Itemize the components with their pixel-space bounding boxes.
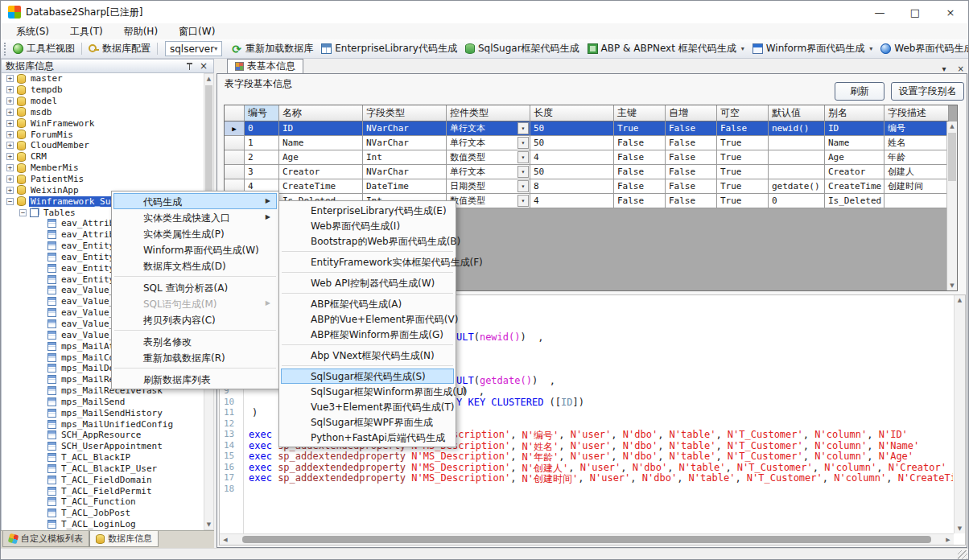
menu-item[interactable]: Web API控制器代码生成(W) [281, 275, 454, 290]
tree-item-database[interactable]: +PatientMis [2, 174, 204, 185]
grid-column-header[interactable]: 编号 [245, 105, 279, 121]
grid-cell[interactable]: DateTime [363, 179, 447, 194]
grid-cell[interactable]: NVarChar [363, 121, 447, 136]
grid-cell[interactable]: 单行文本▾ [447, 121, 530, 136]
grid-cell[interactable]: True [717, 150, 769, 165]
menu-item[interactable]: 拷贝列表内容(C) [113, 311, 277, 327]
grid-cell[interactable]: False [614, 179, 666, 194]
grid-cell[interactable]: False [614, 150, 666, 165]
menu-item[interactable]: EnterpriseLibrary代码生成(E) [281, 203, 454, 218]
toolbar-sqlsugar-button[interactable]: SqlSugar框架代码生成 [461, 40, 583, 58]
grid-column-header[interactable]: 长度 [530, 105, 614, 121]
tree-item-database[interactable]: +tempdb [2, 84, 204, 96]
combo-dropdown-icon[interactable]: ▾ [517, 137, 529, 149]
expander-plus-icon[interactable]: + [6, 164, 14, 171]
toolbar-web-button[interactable]: Web界面代码生成 ▾ [876, 40, 969, 58]
expander-plus-icon[interactable]: + [6, 97, 14, 105]
set-alias-button[interactable]: 设置字段别名 [891, 82, 964, 101]
grid-cell[interactable]: 日期类型▾ [447, 179, 530, 194]
grid-cell[interactable]: 4 [530, 150, 614, 165]
tree-item-table[interactable]: mps_MailSendHistory [2, 407, 204, 418]
tree-item-table[interactable]: mps_MailUnifiedConfig [2, 418, 204, 430]
grid-cell[interactable]: 8 [530, 179, 614, 194]
tree-item-table[interactable]: T_ACL_LoginLog [2, 519, 204, 530]
combo-dropdown-icon[interactable]: ▾ [517, 195, 529, 207]
grid-cell[interactable]: 2 [245, 150, 279, 165]
menu-item[interactable]: 数据库文档生成(D) [113, 257, 277, 274]
grid-column-header[interactable]: 可空 [717, 105, 769, 121]
tree-item-database[interactable]: +CRM [2, 151, 204, 163]
menu-item[interactable]: Python+FastApi后端代码生成 [281, 430, 454, 445]
grid-cell[interactable]: 1 [245, 136, 279, 150]
menu-item[interactable]: EntityFramework实体框架代码生成(F) [281, 254, 454, 270]
chevron-down-icon[interactable]: ▾ [869, 45, 872, 52]
combo-dropdown-icon[interactable]: ▾ [517, 166, 529, 178]
tab-list-chevron-icon[interactable]: ▾ [937, 64, 952, 73]
grid-cell[interactable]: 0 [769, 194, 825, 208]
grid-cell[interactable]: True [717, 194, 769, 208]
db-type-select[interactable]: sqlserver ▾ [165, 41, 222, 56]
grid-cell[interactable]: 创建时间 [884, 179, 949, 194]
grid-cell[interactable]: 50 [530, 136, 614, 150]
grid-cell[interactable]: False [614, 165, 666, 179]
grid-cell[interactable]: 编号 [884, 121, 949, 136]
tree-item-database[interactable]: +WinFramework [2, 117, 204, 129]
grid-cell[interactable]: 3 [245, 165, 279, 179]
tree-item-table[interactable]: T_ACL_FieldPermit [2, 485, 204, 496]
grid-cell[interactable]: False [666, 194, 717, 208]
scrollbar-thumb[interactable] [242, 536, 931, 543]
menu-item[interactable]: Vue3+Element界面代码生成(T) [281, 399, 454, 414]
grid-cell[interactable]: newid() [769, 121, 825, 136]
expander-minus-icon[interactable]: − [19, 209, 27, 216]
pin-icon[interactable] [186, 62, 193, 71]
toolbar-winform-button[interactable]: Winform界面代码生成 ▾ [748, 40, 877, 58]
grid-cell[interactable]: 50 [530, 121, 614, 136]
tree-item-table[interactable]: SCH_AppResource [2, 430, 204, 441]
grid-cell[interactable] [769, 150, 825, 165]
grid-cell[interactable]: 数值类型▾ [447, 194, 530, 208]
menu-item[interactable]: 表别名修改 [113, 333, 277, 349]
menu-item[interactable]: Winform界面代码生成(W) [113, 241, 277, 257]
tree-item-database[interactable]: +ForumMis [2, 129, 204, 140]
tab-table-basic-info[interactable]: 表基本信息 [227, 59, 303, 73]
grid-cell[interactable]: Creator [825, 165, 884, 179]
menu-item[interactable]: Abp VNext框架代码生成(N) [281, 348, 454, 363]
scroll-left-icon[interactable]: ◀ [220, 534, 231, 545]
tree-item-database[interactable]: +MemberMis [2, 163, 204, 174]
expander-plus-icon[interactable]: + [6, 120, 14, 127]
grid-cell[interactable]: NVarChar [363, 136, 447, 150]
grid-cell[interactable]: Creator [279, 165, 363, 179]
menu-item[interactable]: 实体类生成快速入口▶ [113, 209, 277, 225]
tree-item-database[interactable]: +model [2, 96, 204, 107]
grid-row-header[interactable] [225, 165, 245, 179]
grid-cell[interactable]: False [666, 121, 717, 136]
grid-cell[interactable]: False [666, 136, 717, 150]
expander-plus-icon[interactable]: + [6, 175, 14, 183]
tree-item-table[interactable]: SCH_UserAppointment [2, 441, 204, 452]
grid-row-header[interactable] [225, 136, 245, 150]
tree-item-table[interactable]: T_ACL_Function [2, 496, 204, 508]
grid-column-header[interactable]: 别名 [825, 105, 884, 121]
grid-cell[interactable]: CreateTime [825, 179, 884, 194]
grid-cell[interactable]: False [666, 179, 717, 194]
tree-item-database[interactable]: +master [2, 73, 204, 84]
menu-item[interactable]: SqlSugar框架Winform界面生成(U) [281, 384, 454, 399]
grid-scrollbar[interactable]: ▲ ▼ [946, 121, 957, 290]
scroll-up-icon[interactable]: ▲ [955, 297, 965, 303]
menu-item[interactable]: SqlSugar框架WPF界面生成 [281, 414, 454, 430]
scroll-down-icon[interactable]: ▼ [947, 282, 957, 289]
grid-cell[interactable]: False [614, 194, 666, 208]
combo-dropdown-icon[interactable]: ▾ [517, 151, 529, 163]
tree-item-database[interactable]: +CloudMember [2, 140, 204, 151]
document-close-icon[interactable]: × [952, 64, 969, 73]
chevron-down-icon[interactable]: ▾ [741, 45, 744, 52]
code-hscrollbar[interactable]: ◀ ▶ [220, 533, 954, 545]
menu-item[interactable]: 重新加载数据库(R) [113, 349, 277, 365]
grid-column-header[interactable]: 默认值 [769, 105, 825, 121]
grid-cell[interactable]: ID [825, 121, 884, 136]
menu-item[interactable]: ABP框架代码生成(A) [281, 296, 454, 311]
grid-cell[interactable]: Is_Deleted [825, 194, 884, 208]
code-vscrollbar[interactable]: ▲ ▼ [954, 295, 965, 533]
expander-plus-icon[interactable]: + [6, 86, 14, 93]
grid-cell[interactable]: CreateTime [279, 179, 363, 194]
